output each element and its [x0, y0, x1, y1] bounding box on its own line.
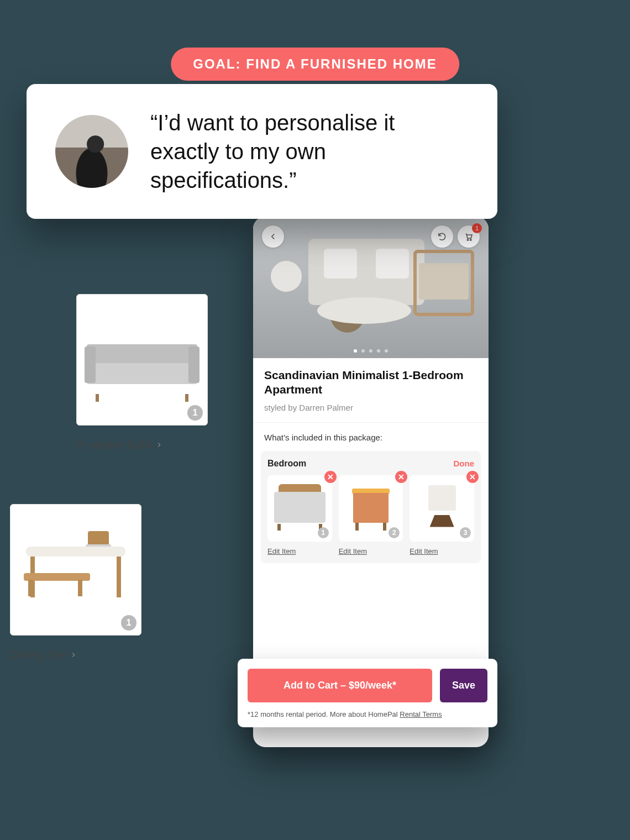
item-image-lamp[interactable]: ✕ 3 [410, 475, 474, 542]
product-label: 2–seater Sofa [76, 438, 152, 452]
undo-button[interactable] [431, 225, 453, 248]
done-button[interactable]: Done [454, 459, 475, 468]
chevron-right-icon [155, 441, 163, 449]
save-button[interactable]: Save [440, 669, 487, 702]
product-label-row[interactable]: Dining Set [10, 648, 77, 662]
item-card-bed: ✕ 1 Edit Item [267, 475, 332, 555]
chevron-left-icon [268, 232, 278, 242]
item-card-lamp: ✕ 3 Edit Item [410, 475, 474, 555]
listing-subtitle: styled by Darren Palmer [264, 403, 477, 412]
product-tile-dining[interactable]: 1 Dining Set [10, 504, 141, 662]
avatar [55, 115, 128, 188]
package-heading: What’s included in this package: [253, 423, 489, 447]
remove-button[interactable]: ✕ [324, 471, 337, 483]
rental-terms-note: *12 months rental period. More about Hom… [248, 710, 487, 718]
checkout-bar: Add to Cart – $90/week* Save *12 months … [238, 659, 497, 727]
svg-point-1 [470, 239, 471, 240]
product-image-dining: 1 [10, 504, 141, 636]
listing-title: Scandinavian Minimalist 1-Bedroom Apartm… [264, 368, 477, 397]
item-image-bed[interactable]: ✕ 1 [267, 475, 332, 542]
item-image-nightstand[interactable]: ✕ 2 [339, 475, 403, 542]
order-badge: 2 [389, 527, 400, 538]
product-tile-sofa[interactable]: 1 2–seater Sofa [76, 294, 208, 452]
product-label-row[interactable]: 2–seater Sofa [76, 438, 163, 452]
edit-item-link[interactable]: Edit Item [339, 547, 403, 555]
terms-text: *12 months rental period. More about Hom… [248, 710, 400, 718]
goal-banner: GOAL: FIND A FURNISHED HOME [171, 48, 459, 81]
room-block-bedroom: Bedroom Done ✕ 1 Edit Item ✕ 2 Edit Item [261, 451, 481, 563]
remove-button[interactable]: ✕ [395, 471, 407, 483]
rental-terms-link[interactable]: Rental Terms [400, 710, 442, 718]
carousel-dots[interactable] [354, 349, 388, 353]
cart-icon [464, 232, 474, 242]
edit-item-link[interactable]: Edit Item [267, 547, 332, 555]
hero-image[interactable]: 1 [253, 217, 489, 358]
back-button[interactable] [262, 225, 284, 248]
order-badge: 1 [318, 527, 329, 538]
order-badge: 3 [460, 527, 471, 538]
edit-item-link[interactable]: Edit Item [410, 547, 474, 555]
cart-button[interactable]: 1 [458, 225, 480, 248]
quote-card: “I’d want to personalise it exactly to m… [27, 84, 497, 219]
quote-text: “I’d want to personalise it exactly to m… [150, 108, 469, 195]
product-label: Dining Set [10, 648, 66, 662]
count-badge: 1 [121, 615, 136, 631]
product-image-sofa: 1 [76, 294, 208, 426]
remove-button[interactable]: ✕ [466, 471, 479, 483]
room-name: Bedroom [267, 459, 306, 469]
item-card-nightstand: ✕ 2 Edit Item [339, 475, 403, 555]
cart-count-badge: 1 [472, 223, 482, 233]
count-badge: 1 [187, 405, 203, 421]
undo-icon [437, 232, 447, 242]
add-to-cart-button[interactable]: Add to Cart – $90/week* [248, 669, 432, 702]
chevron-right-icon [70, 651, 77, 659]
svg-point-0 [467, 239, 468, 240]
